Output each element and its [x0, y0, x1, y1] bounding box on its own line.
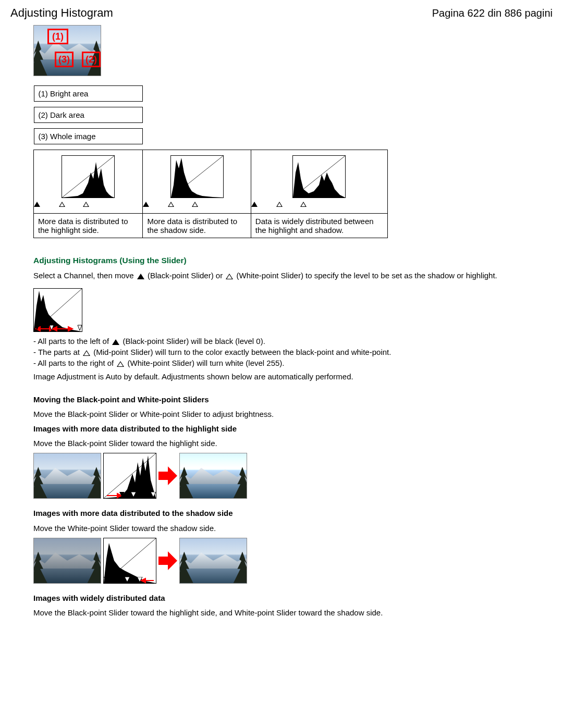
case3-title: Images with widely distributed data [33, 593, 553, 603]
svg-marker-32 [158, 551, 177, 570]
intro-text-c: (White-point Slider) to specify the leve… [237, 271, 497, 280]
case2-after-photo [179, 538, 247, 584]
col3-desc: Data is widely distributed between the h… [251, 214, 387, 238]
col2-header: (2) Dark area [34, 107, 143, 123]
case2-figure [33, 538, 553, 584]
svg-marker-27 [104, 577, 109, 582]
mid-point-icon [83, 350, 90, 356]
svg-marker-28 [125, 577, 130, 582]
white-point-icon [117, 361, 124, 367]
page-title: Adjusting Histogram [10, 6, 113, 20]
case2-title: Images with more data distributed to the… [33, 508, 553, 519]
svg-marker-3 [171, 158, 223, 198]
col1-header: (1) Bright area [34, 85, 143, 102]
arrow-right-icon [158, 465, 177, 486]
black-point-icon [137, 274, 144, 279]
black-point-icon [112, 339, 119, 345]
case1-after-photo [179, 453, 247, 499]
region-1-box: (1) [47, 29, 68, 44]
svg-marker-29 [137, 577, 142, 582]
svg-marker-5 [293, 162, 345, 198]
case1-title: Images with more data distributed to the… [33, 424, 553, 434]
col2-histogram [143, 150, 251, 214]
svg-marker-24 [158, 466, 177, 485]
col2-desc: More data is distributed to the shadow s… [143, 214, 251, 238]
region-2-box: (2) [82, 52, 101, 67]
case2-before-photo [33, 538, 101, 584]
auto-adjust-note: Image Adjustment is Auto by default. Adj… [33, 372, 553, 382]
svg-marker-16 [78, 325, 82, 330]
case1-figure [33, 453, 553, 499]
case2-text: Move the White-point Slider toward the s… [33, 523, 553, 534]
histogram-examples-table: (1) Bright area (2) Dark area (3) Whole … [33, 85, 388, 238]
col3-header: (3) Whole image [34, 128, 143, 144]
adjust-histogram-figure [33, 288, 82, 332]
intro-text-b: (Black-point Slider) or [148, 271, 225, 280]
case2-histogram [103, 538, 156, 584]
section-moving-intro: Move the Black-point Slider or White-poi… [33, 409, 553, 419]
svg-marker-23 [151, 492, 156, 497]
case1-histogram [103, 453, 156, 499]
svg-marker-22 [131, 492, 136, 497]
page-header: Adjusting Histogram Pagina 622 din 886 p… [10, 6, 553, 20]
svg-marker-31 [141, 578, 145, 583]
region-3-box: (3) [55, 52, 74, 67]
case1-before-photo [33, 453, 101, 499]
col1-desc: More data is distributed to the highligh… [34, 214, 143, 238]
rule-black: - All parts to the left of (Black-point … [33, 337, 553, 346]
case1-text: Move the Black-point Slider toward the h… [33, 438, 553, 449]
white-point-icon [226, 274, 233, 279]
svg-marker-12 [53, 327, 57, 331]
rule-mid: - The parts at (Mid-point Slider) will t… [33, 348, 553, 356]
page-number: Pagina 622 din 886 pagini [432, 7, 553, 19]
section-adjusting-intro: Select a Channel, then move (Black-point… [33, 270, 553, 281]
svg-marker-1 [62, 162, 114, 198]
col1-histogram [34, 150, 143, 214]
section-adjusting-title: Adjusting Histograms (Using the Slider) [33, 256, 553, 265]
case3-text: Move the Black-point Slider toward the h… [33, 608, 553, 618]
intro-text-a: Select a Channel, then move [33, 271, 136, 280]
slider-rules-list: - All parts to the left of (Black-point … [33, 337, 553, 367]
rule-white: - All parts to the right of (White-point… [33, 359, 553, 367]
col3-histogram [251, 150, 387, 214]
arrow-right-icon [158, 550, 177, 571]
section-moving-title: Moving the Black-point and White-point S… [33, 395, 553, 404]
sample-photo-annotated: (1) (2) (3) [33, 25, 101, 76]
svg-marker-13 [68, 327, 72, 331]
